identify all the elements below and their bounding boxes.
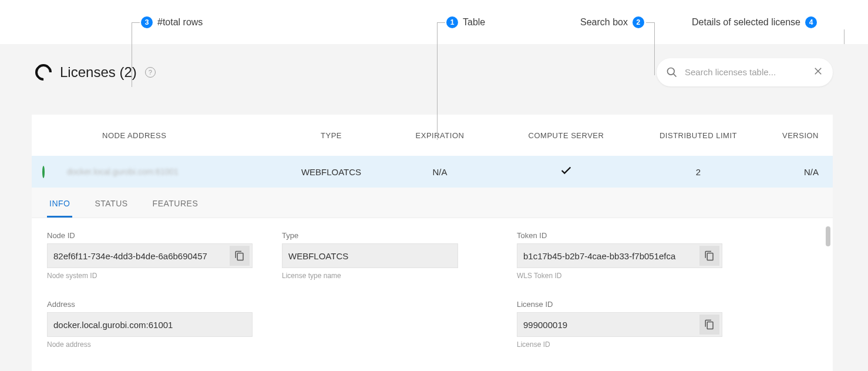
label-type: Type [282,231,487,240]
label-token-id: Token ID [517,231,722,240]
details-panel: Node ID 82ef6f11-734e-4dd3-b4de-6a6b6904… [32,218,833,355]
copy-icon [704,319,715,330]
callout-badge-1: 1 [446,16,458,28]
callout-search: Search box 2 [580,16,644,28]
label-address: Address [47,300,253,309]
detail-tabs: INFO STATUS FEATURES [32,188,833,218]
annotation-layer: 3 #total rows 1 Table Search box 2 Detai… [0,0,868,41]
th-expiration[interactable]: EXPIRATION [384,131,496,140]
th-version[interactable]: VERSION [760,131,830,140]
svg-point-0 [668,68,675,75]
help-address: Node address [47,340,253,349]
th-type[interactable]: TYPE [278,131,384,140]
copy-icon [234,250,245,261]
th-distributed-limit[interactable]: DISTRIBUTED LIMIT [637,131,760,140]
callout-badge-3: 3 [141,16,153,28]
tab-info[interactable]: INFO [47,190,72,218]
callout-label-3: #total rows [157,17,203,28]
label-node-id: Node ID [47,231,253,240]
page-title: Licenses (2) [60,64,137,81]
search-box[interactable] [657,58,833,86]
status-indicator-icon [42,166,45,178]
field-node-id: Node ID 82ef6f11-734e-4dd3-b4de-6a6b6904… [47,231,253,280]
callout-label-1: Table [463,17,485,28]
value-type: WEBFLOATCS [288,251,452,261]
search-icon [666,66,678,78]
help-icon[interactable]: ? [145,67,156,78]
tab-features[interactable]: FEATURES [150,190,201,218]
help-type: License type name [282,272,487,280]
value-node-id-box: 82ef6f11-734e-4dd3-b4de-6a6b690457 [47,243,253,268]
tab-status[interactable]: STATUS [92,190,130,218]
scrollbar-thumb[interactable] [826,226,830,246]
callout-label-4: Details of selected license [692,17,800,28]
svg-line-1 [674,73,677,76]
value-address: docker.local.gurobi.com:61001 [53,320,246,330]
cell-node-address: docker.local.gurobi.com:61001 [67,167,278,176]
copy-token-id-button[interactable] [699,246,719,266]
callout-label-2: Search box [580,17,628,28]
callout-table: 1 Table [446,16,485,28]
close-icon[interactable] [813,66,823,79]
value-license-id-box: 999000019 [517,312,722,337]
cell-distributed-limit: 2 [637,167,760,177]
table-header: NODE ADDRESS TYPE EXPIRATION COMPUTE SER… [32,115,833,156]
licenses-card: NODE ADDRESS TYPE EXPIRATION COMPUTE SER… [32,115,833,371]
search-input[interactable] [685,67,806,77]
label-license-id: License ID [517,300,722,309]
help-license-id: License ID [517,340,722,349]
callout-details: Details of selected license 4 [692,16,817,28]
callout-badge-2: 2 [633,16,644,28]
copy-node-id-button[interactable] [230,246,250,266]
help-node-id: Node system ID [47,272,253,280]
value-node-id: 82ef6f11-734e-4dd3-b4de-6a6b690457 [53,251,230,261]
value-type-box: WEBFLOATCS [282,243,458,268]
value-token-id-box: b1c17b45-b2b7-4cae-bb33-f7b051efca [517,243,722,268]
logo-icon [32,61,55,84]
cell-expiration: N/A [384,167,496,177]
th-compute-server[interactable]: COMPUTE SERVER [496,131,637,140]
help-token-id: WLS Token ID [517,272,722,280]
table-row[interactable]: docker.local.gurobi.com:61001 WEBFLOATCS… [32,156,833,188]
copy-icon [704,250,715,261]
callout-total-rows: 3 #total rows [141,16,203,28]
value-license-id: 999000019 [523,320,699,330]
field-license-id: License ID 999000019 License ID [517,300,722,349]
page-body: Licenses (2) ? NODE ADDRESS TYPE EXPIRAT… [0,44,868,371]
field-token-id: Token ID b1c17b45-b2b7-4cae-bb33-f7b051e… [517,231,722,280]
value-token-id: b1c17b45-b2b7-4cae-bb33-f7b051efca [523,251,699,261]
field-type: Type WEBFLOATCS License type name [282,231,487,280]
field-address: Address docker.local.gurobi.com:61001 No… [47,300,253,349]
cell-version: N/A [760,167,830,177]
copy-license-id-button[interactable] [699,315,719,335]
value-address-box: docker.local.gurobi.com:61001 [47,312,253,337]
cell-type: WEBFLOATCS [278,167,384,177]
callout-badge-4: 4 [805,16,817,28]
cell-compute-server [496,164,637,180]
page-header: Licenses (2) ? [35,56,833,88]
th-node-address[interactable]: NODE ADDRESS [67,131,278,140]
check-icon [560,164,573,177]
